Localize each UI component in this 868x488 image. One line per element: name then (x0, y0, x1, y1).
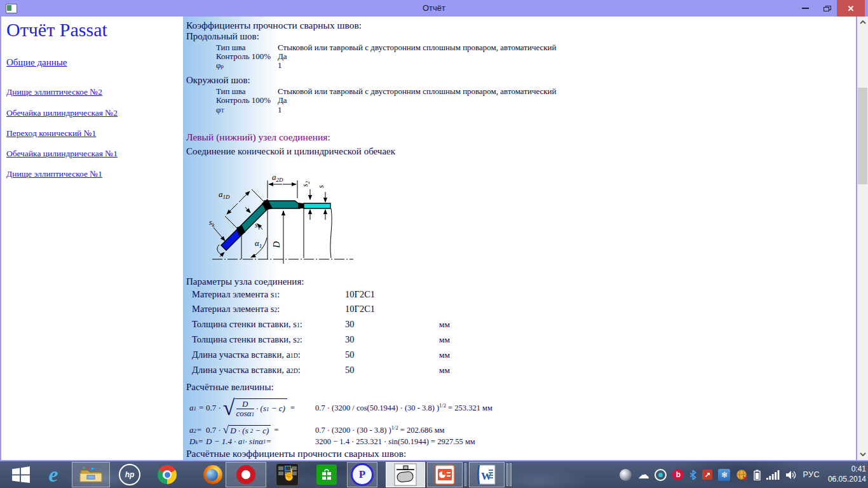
sidebar-link-cone1[interactable]: Переход конический №1 (6, 128, 96, 139)
firefox-icon (203, 465, 222, 484)
weld-coefficients-heading: Коэффициенты прочности сварных швов: (186, 20, 362, 31)
a1d-label: a1D (219, 189, 230, 200)
radical-sign: √ (223, 399, 235, 416)
param-label: Толщина стенки вставки, s2: (192, 334, 302, 345)
cone-cylinder-junction-diagram: D a2D a1D s1 α1 sk (208, 164, 358, 271)
param-value: 50 (345, 349, 355, 360)
volume-icon[interactable] (785, 470, 797, 480)
touch-keyboard-icon: ☝ (276, 463, 299, 486)
scroll-down-button[interactable] (858, 450, 867, 459)
sidebar-link-head2[interactable]: Днище эллиптическое №2 (6, 87, 102, 97)
footer-heading: Расчётные коэффициенты прочности сварных… (186, 448, 406, 459)
taskbar-item-opera[interactable] (226, 462, 266, 487)
chevron-up-icon (860, 20, 866, 24)
powerpoint-stacked-window-edge[interactable] (465, 463, 466, 486)
status-ring-icon[interactable] (654, 469, 667, 481)
beats-audio-icon[interactable]: b (672, 469, 684, 480)
signal-strength-icon[interactable] (766, 470, 780, 480)
vertical-scrollbar[interactable] (856, 17, 868, 460)
formula-a2-result: 0.7 · (3200 · (30 - 3.8) )1/2 = 202.686 … (315, 426, 445, 435)
taskbar-item-hp[interactable]: hp (116, 462, 144, 487)
s2-label: s2 (301, 180, 311, 187)
seam-type-value: Стыковой или тавровый с двусторонним спл… (278, 86, 557, 97)
formula-dk-body: D − 1.4 · a1 · sinα1 = (206, 437, 271, 447)
restore-button[interactable] (817, 0, 836, 17)
taskbar-item-passat[interactable]: P (347, 462, 377, 487)
start-button[interactable] (5, 462, 37, 487)
calc-heading: Расчётные величины: (186, 382, 274, 393)
bluetooth-glyph (689, 470, 696, 480)
node-heading: Левый (нижний) узел соединения: (186, 132, 330, 143)
taskbar: e hp ☝ (0, 461, 868, 488)
sidebar-link-general[interactable]: Общие данные (6, 57, 67, 68)
param-label: Материал элемента s1: (192, 289, 280, 300)
signal-bars-glyph (766, 470, 780, 480)
snowflake-icon[interactable]: ❄ (718, 469, 730, 481)
s1-arrow-outer (245, 207, 250, 213)
svg-text:W: W (481, 470, 492, 482)
sk-leader-arrow (214, 227, 225, 241)
cloud-sync-icon[interactable]: ☁ (637, 469, 649, 480)
diameter-label: D (272, 241, 281, 248)
taskbar-item-chrome[interactable] (153, 462, 182, 487)
word-icon: W (477, 464, 497, 485)
taskbar-item-firefox[interactable] (198, 462, 227, 487)
taskbar-item-internet-explorer[interactable]: e (39, 462, 67, 487)
network-error-globe-icon[interactable]: ✕ (736, 469, 748, 481)
node-subheading: Соединение конической и цилиндрической о… (186, 146, 395, 157)
bluetooth-icon[interactable] (689, 470, 696, 480)
a2d-label: a2D (272, 172, 283, 183)
circumferential-seam-heading: Окружной шов: (186, 75, 250, 86)
taskbar-item-powerpoint[interactable] (427, 462, 463, 487)
windows-store-icon (316, 464, 337, 485)
minimize-button[interactable] (796, 0, 815, 17)
passat-icon: P (351, 463, 374, 486)
word-stacked-window-edge[interactable] (510, 463, 512, 486)
clock[interactable]: 0:41 06.05.2014 (828, 464, 866, 484)
formula-dk: Dk= D − 1.4 · a1 · sinα1 = 3200 − 1.4 · … (189, 436, 271, 447)
control-value: Да (278, 95, 287, 105)
taskbar-item-file-explorer[interactable] (72, 462, 110, 487)
taskbar-item-report-active[interactable] (386, 462, 425, 487)
formula-dk-result: 3200 − 1.4 · 253.321 · sin(50.1944) = 29… (315, 437, 475, 447)
tray-date: 06.05.2014 (828, 475, 866, 485)
formula-a1-lhs: a1 = (189, 403, 206, 413)
sk-arrow-inner (220, 252, 224, 257)
phi-t-value: 1 (278, 105, 282, 115)
sidebar-link-shell2[interactable]: Обечайка цилиндрическая №2 (6, 108, 118, 118)
language-indicator[interactable]: РУС (803, 470, 820, 479)
sidebar-link-shell1[interactable]: Обечайка цилиндрическая №1 (6, 149, 118, 159)
minimize-glyph (802, 8, 809, 9)
internet-explorer-icon: e (48, 464, 58, 485)
scroll-thumb[interactable] (858, 88, 867, 184)
a2d-dimension (268, 180, 297, 198)
seam-type-value: Стыковой или тавровый с двусторонним спл… (278, 43, 557, 53)
sidebar-link-head1[interactable]: Днище эллиптическое №1 (6, 169, 102, 179)
alpha1-label: α1 (255, 238, 262, 249)
word-stacked-window-edge[interactable] (506, 463, 508, 486)
taskbar-item-touch-keyboard[interactable]: ☝ (273, 462, 301, 487)
scroll-up-button[interactable] (858, 18, 867, 27)
store-bag-glyph (320, 468, 333, 481)
param-label: Толщина стенки вставки, s1: (192, 319, 302, 330)
report-content: Коэффициенты прочности сварных швов: Про… (183, 17, 853, 460)
window-titlebar[interactable]: Отчёт ✕ (0, 0, 868, 17)
param-label: Длина участка вставки, a2D: (192, 365, 301, 376)
phi-p-symbol: φр (216, 60, 224, 71)
close-button[interactable]: ✕ (837, 0, 865, 17)
utility-swirl-icon[interactable] (620, 469, 632, 481)
param-value: 30 (345, 334, 355, 345)
battery-icon[interactable] (754, 470, 761, 480)
tray-time: 0:41 (851, 464, 866, 475)
param-unit: мм (439, 335, 450, 345)
restore-glyph (824, 6, 831, 11)
param-label: Длина участка вставки, a1D: (192, 349, 301, 360)
speaker-glyph (785, 470, 797, 480)
param-unit: мм (439, 350, 450, 360)
s1-label: s1 (255, 220, 261, 231)
send-arrow-icon[interactable]: ↗ (702, 470, 712, 480)
taskbar-item-windows-store[interactable] (313, 462, 341, 487)
taskbar-item-word[interactable]: W (469, 462, 505, 487)
opera-icon (236, 465, 255, 484)
formula-a2: a2= 0.7 · √ D · (s2 − c) = 0.7 · (3200 ·… (189, 424, 279, 437)
